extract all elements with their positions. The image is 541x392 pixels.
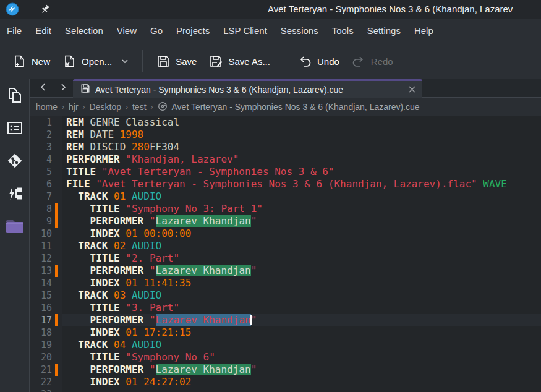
menu-item-sessions[interactable]: Sessions	[274, 22, 325, 40]
code-line[interactable]: 19 TRACK 04 AUDIO	[30, 339, 541, 351]
sidebar-item-symbols[interactable]	[4, 119, 25, 139]
new-button[interactable]: New	[6, 49, 56, 73]
code-line[interactable]: 13 PERFORMER "Lazarev Khandjan"	[30, 265, 541, 277]
line-number: 6	[30, 178, 62, 190]
code-line-text: REM DISCID 280FF304	[62, 141, 541, 153]
line-number: 14	[30, 277, 62, 289]
menu-item-file[interactable]: File	[0, 22, 28, 40]
code-line[interactable]: 16 TITLE "3. Part"	[30, 302, 541, 314]
menu-item-go[interactable]: Go	[143, 22, 169, 40]
line-number: 5	[30, 166, 62, 178]
new-document-icon	[12, 54, 26, 68]
code-line-text: TITLE "Symphony No 3: Part 1"	[62, 203, 541, 215]
tab-active[interactable]: Avet Terteryan - Symphonies Nos 3 & 6 (K…	[73, 79, 422, 98]
open-button[interactable]: Open...	[56, 49, 135, 73]
breadcrumb-segment[interactable]: hjr	[69, 102, 79, 112]
code-line[interactable]: 7 TRACK 01 AUDIO	[30, 190, 541, 203]
code-line-text: INDEX 01 24:27:02	[62, 376, 541, 388]
tool-sidebar	[0, 79, 30, 392]
toolbar: New Open... Save	[0, 43, 541, 79]
code-line[interactable]: 11 TRACK 02 AUDIO	[30, 240, 541, 252]
sidebar-item-external-tools[interactable]	[4, 185, 25, 205]
code-line-text	[62, 388, 541, 392]
code-line-text: REM GENRE Classical	[62, 116, 541, 129]
menu-item-selection[interactable]: Selection	[58, 22, 110, 40]
line-number: 13	[30, 265, 62, 277]
code-line-text: PERFORMER "Lazarev Khandjan"	[62, 265, 541, 277]
sidebar-item-git[interactable]	[4, 152, 25, 172]
save-as-button[interactable]: Save As...	[203, 49, 276, 73]
line-number: 21	[30, 364, 62, 376]
open-document-icon	[62, 54, 76, 68]
code-line-text: PERFORMER "Lazarev Khandjan"	[62, 215, 541, 228]
code-line[interactable]: 3REM DISCID 280FF304	[30, 141, 541, 153]
code-line[interactable]: 6FILE "Avet Terteryan - Symphonies Nos 3…	[30, 178, 541, 190]
code-line[interactable]: 12 TITLE "2. Part"	[30, 252, 541, 265]
tab-forward-button[interactable]	[53, 79, 73, 98]
save-floppy-icon	[156, 54, 170, 68]
breadcrumb-separator: ›	[151, 103, 153, 111]
code-line-text: TRACK 02 AUDIO	[62, 240, 541, 252]
open-button-label: Open...	[82, 56, 112, 67]
breadcrumb-segment[interactable]: test	[132, 102, 147, 112]
line-number: 15	[30, 289, 62, 302]
tab-bar: Avet Terteryan - Symphonies Nos 3 & 6 (K…	[30, 79, 541, 98]
chevron-down-icon[interactable]	[121, 58, 129, 65]
code-line[interactable]: 9 PERFORMER "Lazarev Khandjan"	[30, 215, 541, 228]
menu-item-tools[interactable]: Tools	[325, 22, 360, 40]
code-line-text: PERFORMER "Lazarev Khandjan"	[62, 314, 541, 326]
line-number: 10	[30, 228, 62, 240]
toolbar-separator	[284, 50, 284, 72]
code-line-text: INDEX 01 11:41:35	[62, 277, 541, 289]
code-line[interactable]: 5TITLE "Avet Terteryan - Symphonies Nos …	[30, 166, 541, 178]
save-as-floppy-icon	[209, 54, 223, 68]
code-line[interactable]: 23	[30, 388, 541, 392]
disc-icon	[158, 101, 168, 113]
menu-item-help[interactable]: Help	[407, 22, 440, 40]
code-line-text: INDEX 01 17:21:15	[62, 326, 541, 339]
code-line-text: REM DATE 1998	[62, 129, 541, 141]
menu-item-settings[interactable]: Settings	[360, 22, 407, 40]
sidebar-item-filesystem[interactable]	[4, 218, 25, 237]
code-line-text: INDEX 01 00:00:00	[62, 228, 541, 240]
tab-back-button[interactable]	[33, 79, 53, 98]
documents-icon	[6, 86, 24, 107]
code-line-text: TITLE "Avet Terteryan - Symphonies Nos 3…	[62, 166, 541, 178]
code-line[interactable]: 18 INDEX 01 17:21:15	[30, 326, 541, 339]
menu-item-lsp-client[interactable]: LSP Client	[216, 22, 274, 40]
menu-item-edit[interactable]: Edit	[28, 22, 58, 40]
close-icon[interactable]	[408, 85, 416, 93]
breadcrumb-segment[interactable]: Desktop	[90, 102, 121, 112]
breadcrumb: home›hjr›Desktop›test›Avet Terteryan - S…	[30, 98, 541, 116]
title-bar: Avet Terteryan - Symphonies Nos 3 & 6 (K…	[0, 0, 541, 19]
editor[interactable]: 1REM GENRE Classical2REM DATE 19983REM D…	[30, 116, 541, 392]
external-tools-icon	[6, 184, 24, 205]
code-line[interactable]: 20 TITLE "Symphony No 6"	[30, 351, 541, 364]
code-line[interactable]: 8 TITLE "Symphony No 3: Part 1"	[30, 203, 541, 215]
code-line[interactable]: 4PERFORMER "Khandjan, Lazarev"	[30, 153, 541, 166]
code-line[interactable]: 17 PERFORMER "Lazarev Khandjan"	[30, 314, 541, 326]
line-number: 2	[30, 129, 62, 141]
breadcrumb-separator: ›	[83, 103, 85, 111]
new-button-label: New	[32, 56, 50, 67]
undo-button[interactable]: Undo	[292, 49, 346, 73]
code-line-text: PERFORMER "Lazarev Khandjan"	[62, 364, 541, 376]
menu-item-view[interactable]: View	[110, 22, 143, 40]
save-button[interactable]: Save	[150, 49, 203, 73]
pin-icon[interactable]	[40, 4, 51, 17]
breadcrumb-file[interactable]: Avet Terteryan - Symphonies Nos 3 & 6 (K…	[172, 102, 420, 112]
code-line[interactable]: 10 INDEX 01 00:00:00	[30, 228, 541, 240]
code-line[interactable]: 14 INDEX 01 11:41:35	[30, 277, 541, 289]
code-line[interactable]: 22 INDEX 01 24:27:02	[30, 376, 541, 388]
menu-item-projects[interactable]: Projects	[169, 22, 216, 40]
code-line-text: TRACK 01 AUDIO	[62, 190, 541, 203]
code-line[interactable]: 2REM DATE 1998	[30, 129, 541, 141]
code-line[interactable]: 15 TRACK 03 AUDIO	[30, 289, 541, 302]
code-line-text: FILE "Avet Terteryan - Symphonies Nos 3 …	[62, 178, 541, 190]
symbols-list-icon	[6, 119, 24, 140]
code-line[interactable]: 1REM GENRE Classical	[30, 116, 541, 129]
breadcrumb-segment[interactable]: home	[36, 102, 58, 112]
kate-app-icon	[6, 2, 19, 19]
code-line[interactable]: 21 PERFORMER "Lazarev Khandjan"	[30, 364, 541, 376]
sidebar-item-documents[interactable]	[4, 87, 25, 106]
